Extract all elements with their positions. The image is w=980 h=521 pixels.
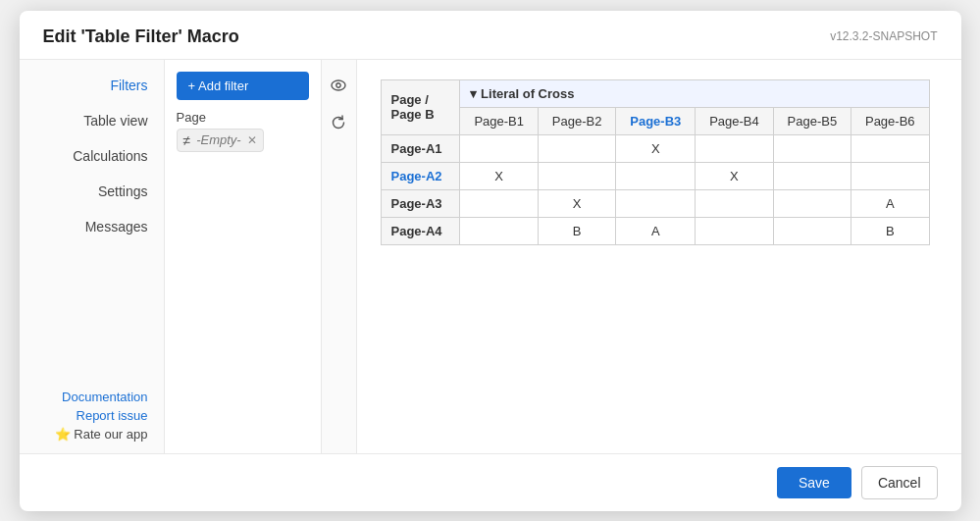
table-cell: X [696, 162, 773, 189]
table-cell [851, 162, 929, 189]
save-button[interactable]: Save [777, 467, 851, 498]
modal: Edit 'Table Filter' Macro v12.3.2-SNAPSH… [20, 11, 961, 511]
table-cell [851, 134, 929, 162]
table-cell [773, 217, 851, 244]
eye-icon [331, 78, 346, 93]
filter-panel: + Add filter Page ≠ -Empty- ✕ [165, 60, 322, 453]
report-issue-link[interactable]: Report issue [77, 408, 148, 423]
table-cell [460, 134, 538, 162]
col-header-page-b6: Page-B6 [851, 107, 929, 134]
row-header-page-a2[interactable]: Page-A2 [381, 162, 460, 189]
row-header-page-a4: Page-A4 [381, 217, 460, 244]
main-content: Page / Page B ▾ Literal of Cross Page-B1… [357, 60, 961, 453]
sidebar-item-filters[interactable]: Filters [20, 68, 164, 103]
table-cell: X [538, 189, 615, 217]
table-cell [538, 162, 615, 189]
table-row: Page-A1X [381, 134, 929, 162]
corner-header: Page / Page B [381, 79, 460, 134]
row-header-page-a1: Page-A1 [381, 134, 460, 162]
cross-table: Page / Page B ▾ Literal of Cross Page-B1… [381, 79, 930, 245]
modal-footer: Save Cancel [20, 453, 961, 511]
table-cell: A [616, 217, 696, 244]
column-subheaders-row: Page-B1Page-B2Page-B3Page-B4Page-B5Page-… [381, 107, 929, 134]
sidebar-item-settings[interactable]: Settings [20, 174, 164, 209]
modal-header: Edit 'Table Filter' Macro v12.3.2-SNAPSH… [20, 11, 961, 60]
filter-remove-button[interactable]: ✕ [247, 133, 257, 147]
filter-field-section: Page ≠ -Empty- ✕ [177, 110, 309, 152]
refresh-icon-button[interactable] [325, 109, 352, 136]
table-cell [773, 162, 851, 189]
table-cell: B [538, 217, 615, 244]
col-header-page-b5: Page-B5 [773, 107, 851, 134]
table-cell [460, 217, 538, 244]
table-cell: X [460, 162, 538, 189]
table-row: Page-A2XX [381, 162, 929, 189]
table-cell: B [851, 217, 929, 244]
sidebar: Filters Table view Calculations Settings… [20, 60, 165, 453]
table-cell: X [616, 134, 696, 162]
svg-point-1 [336, 82, 340, 86]
table-cell [696, 189, 773, 217]
filter-field-label: Page [177, 110, 309, 125]
table-cell [696, 217, 773, 244]
table-cell [616, 189, 696, 217]
table-cell [773, 134, 851, 162]
filter-value: -Empty- [196, 132, 241, 147]
modal-title: Edit 'Table Filter' Macro [43, 26, 239, 47]
refresh-icon [331, 115, 346, 130]
documentation-link[interactable]: Documentation [62, 390, 147, 404]
col-header-page-b3: Page-B3 [616, 107, 696, 134]
table-body: Page-A1XPage-A2XXPage-A3XAPage-A4BAB [381, 134, 929, 244]
filter-tag: ≠ -Empty- ✕ [177, 129, 264, 152]
table-cell [616, 162, 696, 189]
col-header-page-b2: Page-B2 [538, 107, 615, 134]
filter-operator: ≠ [183, 132, 191, 148]
eye-icon-button[interactable] [325, 72, 352, 99]
sidebar-item-calculations[interactable]: Calculations [20, 138, 164, 174]
sidebar-item-messages[interactable]: Messages [20, 209, 164, 244]
row-header-page-a3: Page-A3 [381, 189, 460, 217]
table-cell [696, 134, 773, 162]
sidebar-item-table-view[interactable]: Table view [20, 103, 164, 138]
modal-body: Filters Table view Calculations Settings… [20, 60, 961, 453]
col-header-page-b1: Page-B1 [460, 107, 538, 134]
table-row: Page-A4BAB [381, 217, 929, 244]
table-cell [773, 189, 851, 217]
sidebar-bottom: Documentation Report issue ⭐ Rate our ap… [20, 378, 164, 453]
add-filter-button[interactable]: + Add filter [177, 72, 309, 100]
table-cell [460, 189, 538, 217]
modal-version: v12.3.2-SNAPSHOT [830, 29, 937, 43]
icon-panel [322, 60, 357, 453]
cancel-button[interactable]: Cancel [861, 466, 938, 499]
table-cell [538, 134, 615, 162]
table-cell: A [851, 189, 929, 217]
col-header-page-b4: Page-B4 [696, 107, 773, 134]
rate-app-label[interactable]: ⭐ Rate our app [55, 427, 148, 442]
literal-header: ▾ Literal of Cross [460, 79, 929, 107]
table-row: Page-A3XA [381, 189, 929, 217]
literal-header-text: ▾ Literal of Cross [470, 86, 574, 101]
svg-point-0 [332, 80, 345, 90]
